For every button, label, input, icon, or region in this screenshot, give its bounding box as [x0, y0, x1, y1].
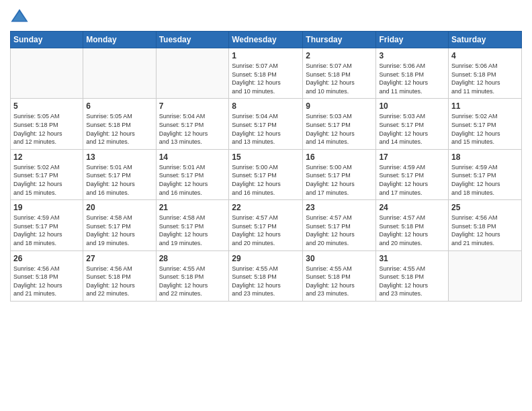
day-number: 18 — [451, 152, 519, 162]
weekday-header-friday: Friday — [376, 32, 449, 48]
calendar-cell: 25Sunrise: 4:56 AM Sunset: 5:18 PM Dayli… — [449, 200, 522, 250]
day-number: 12 — [13, 152, 80, 162]
calendar-cell: 19Sunrise: 4:59 AM Sunset: 5:17 PM Dayli… — [11, 200, 83, 250]
day-info: Sunrise: 4:55 AM Sunset: 5:18 PM Dayligh… — [379, 265, 445, 298]
day-info: Sunrise: 5:06 AM Sunset: 5:18 PM Dayligh… — [451, 62, 519, 95]
page: SundayMondayTuesdayWednesdayThursdayFrid… — [0, 0, 532, 411]
day-number: 6 — [86, 101, 152, 111]
header — [10, 7, 522, 26]
day-info: Sunrise: 4:58 AM Sunset: 5:17 PM Dayligh… — [86, 214, 152, 247]
day-info: Sunrise: 5:05 AM Sunset: 5:18 PM Dayligh… — [13, 112, 80, 146]
day-info: Sunrise: 4:55 AM Sunset: 5:18 PM Dayligh… — [159, 265, 226, 298]
day-info: Sunrise: 5:04 AM Sunset: 5:17 PM Dayligh… — [159, 112, 226, 146]
week-row-1: 1Sunrise: 5:07 AM Sunset: 5:18 PM Daylig… — [11, 48, 522, 99]
calendar-cell: 2Sunrise: 5:07 AM Sunset: 5:18 PM Daylig… — [303, 48, 376, 99]
calendar-cell: 4Sunrise: 5:06 AM Sunset: 5:18 PM Daylig… — [449, 48, 522, 99]
calendar-cell: 6Sunrise: 5:05 AM Sunset: 5:18 PM Daylig… — [83, 99, 156, 149]
day-info: Sunrise: 4:59 AM Sunset: 5:17 PM Dayligh… — [13, 214, 80, 247]
day-info: Sunrise: 4:58 AM Sunset: 5:17 PM Dayligh… — [159, 214, 226, 247]
day-info: Sunrise: 5:07 AM Sunset: 5:18 PM Dayligh… — [232, 62, 300, 95]
day-number: 29 — [232, 254, 300, 263]
calendar-cell — [156, 48, 229, 99]
day-info: Sunrise: 5:02 AM Sunset: 5:17 PM Dayligh… — [451, 112, 519, 146]
day-number: 15 — [232, 152, 300, 162]
day-number: 21 — [159, 203, 226, 212]
day-info: Sunrise: 4:56 AM Sunset: 5:18 PM Dayligh… — [13, 265, 80, 298]
calendar-cell: 3Sunrise: 5:06 AM Sunset: 5:18 PM Daylig… — [376, 48, 449, 99]
day-number: 8 — [232, 101, 300, 111]
calendar-cell: 10Sunrise: 5:03 AM Sunset: 5:17 PM Dayli… — [376, 99, 449, 149]
day-number: 24 — [379, 203, 445, 212]
logo-icon — [10, 7, 29, 26]
week-row-4: 19Sunrise: 4:59 AM Sunset: 5:17 PM Dayli… — [11, 200, 522, 250]
day-number: 28 — [159, 254, 226, 263]
calendar-cell: 22Sunrise: 4:57 AM Sunset: 5:17 PM Dayli… — [229, 200, 303, 250]
day-info: Sunrise: 5:01 AM Sunset: 5:17 PM Dayligh… — [159, 163, 226, 197]
day-number: 10 — [379, 101, 445, 111]
day-info: Sunrise: 4:56 AM Sunset: 5:18 PM Dayligh… — [451, 214, 519, 247]
day-number: 13 — [86, 152, 152, 162]
day-number: 7 — [159, 101, 226, 111]
day-info: Sunrise: 5:06 AM Sunset: 5:18 PM Dayligh… — [379, 62, 445, 95]
calendar-cell — [83, 48, 156, 99]
week-row-5: 26Sunrise: 4:56 AM Sunset: 5:18 PM Dayli… — [11, 250, 522, 301]
calendar-cell: 12Sunrise: 5:02 AM Sunset: 5:17 PM Dayli… — [11, 149, 83, 199]
week-row-3: 12Sunrise: 5:02 AM Sunset: 5:17 PM Dayli… — [11, 149, 522, 199]
calendar-cell: 28Sunrise: 4:55 AM Sunset: 5:18 PM Dayli… — [156, 250, 229, 301]
day-number: 17 — [379, 152, 445, 162]
day-number: 16 — [306, 152, 373, 162]
calendar-cell: 13Sunrise: 5:01 AM Sunset: 5:17 PM Dayli… — [83, 149, 156, 199]
day-number: 23 — [306, 203, 373, 212]
calendar-cell: 23Sunrise: 4:57 AM Sunset: 5:17 PM Dayli… — [303, 200, 376, 250]
day-info: Sunrise: 4:57 AM Sunset: 5:18 PM Dayligh… — [379, 214, 445, 247]
day-number: 26 — [13, 254, 80, 263]
calendar-cell: 8Sunrise: 5:04 AM Sunset: 5:17 PM Daylig… — [229, 99, 303, 149]
day-info: Sunrise: 4:55 AM Sunset: 5:18 PM Dayligh… — [306, 265, 373, 298]
calendar-cell: 24Sunrise: 4:57 AM Sunset: 5:18 PM Dayli… — [376, 200, 449, 250]
day-info: Sunrise: 5:00 AM Sunset: 5:17 PM Dayligh… — [306, 163, 373, 197]
calendar-cell: 30Sunrise: 4:55 AM Sunset: 5:18 PM Dayli… — [303, 250, 376, 301]
calendar-cell: 26Sunrise: 4:56 AM Sunset: 5:18 PM Dayli… — [11, 250, 83, 301]
day-number: 4 — [451, 51, 519, 60]
calendar-cell: 31Sunrise: 4:55 AM Sunset: 5:18 PM Dayli… — [376, 250, 449, 301]
day-info: Sunrise: 5:01 AM Sunset: 5:17 PM Dayligh… — [86, 163, 152, 197]
weekday-header-tuesday: Tuesday — [156, 32, 229, 48]
day-info: Sunrise: 4:56 AM Sunset: 5:18 PM Dayligh… — [86, 265, 152, 298]
weekday-header-thursday: Thursday — [303, 32, 376, 48]
calendar: SundayMondayTuesdayWednesdayThursdayFrid… — [10, 31, 522, 302]
day-number: 14 — [159, 152, 226, 162]
weekday-header-wednesday: Wednesday — [229, 32, 303, 48]
day-info: Sunrise: 4:59 AM Sunset: 5:17 PM Dayligh… — [451, 163, 519, 197]
calendar-cell — [11, 48, 83, 99]
day-info: Sunrise: 5:05 AM Sunset: 5:18 PM Dayligh… — [86, 112, 152, 146]
day-info: Sunrise: 5:03 AM Sunset: 5:17 PM Dayligh… — [379, 112, 445, 146]
calendar-cell — [449, 250, 522, 301]
day-number: 30 — [306, 254, 373, 263]
day-info: Sunrise: 5:04 AM Sunset: 5:17 PM Dayligh… — [232, 112, 300, 146]
day-info: Sunrise: 5:00 AM Sunset: 5:17 PM Dayligh… — [232, 163, 300, 197]
day-number: 9 — [306, 101, 373, 111]
day-number: 2 — [306, 51, 373, 60]
day-info: Sunrise: 5:02 AM Sunset: 5:17 PM Dayligh… — [13, 163, 80, 197]
weekday-header-monday: Monday — [83, 32, 156, 48]
day-info: Sunrise: 5:03 AM Sunset: 5:17 PM Dayligh… — [306, 112, 373, 146]
day-info: Sunrise: 4:57 AM Sunset: 5:17 PM Dayligh… — [306, 214, 373, 247]
calendar-cell: 17Sunrise: 4:59 AM Sunset: 5:17 PM Dayli… — [376, 149, 449, 199]
weekday-header-sunday: Sunday — [11, 32, 83, 48]
day-number: 22 — [232, 203, 300, 212]
day-number: 11 — [451, 101, 519, 111]
logo — [10, 7, 32, 26]
calendar-cell: 5Sunrise: 5:05 AM Sunset: 5:18 PM Daylig… — [11, 99, 83, 149]
day-info: Sunrise: 4:59 AM Sunset: 5:17 PM Dayligh… — [379, 163, 445, 197]
calendar-cell: 11Sunrise: 5:02 AM Sunset: 5:17 PM Dayli… — [449, 99, 522, 149]
day-info: Sunrise: 4:55 AM Sunset: 5:18 PM Dayligh… — [232, 265, 300, 298]
calendar-cell: 9Sunrise: 5:03 AM Sunset: 5:17 PM Daylig… — [303, 99, 376, 149]
weekday-header-saturday: Saturday — [449, 32, 522, 48]
calendar-cell: 20Sunrise: 4:58 AM Sunset: 5:17 PM Dayli… — [83, 200, 156, 250]
day-number: 5 — [13, 101, 80, 111]
week-row-2: 5Sunrise: 5:05 AM Sunset: 5:18 PM Daylig… — [11, 99, 522, 149]
day-number: 20 — [86, 203, 152, 212]
day-number: 31 — [379, 254, 445, 263]
day-number: 19 — [13, 203, 80, 212]
weekday-header-row: SundayMondayTuesdayWednesdayThursdayFrid… — [11, 32, 522, 48]
